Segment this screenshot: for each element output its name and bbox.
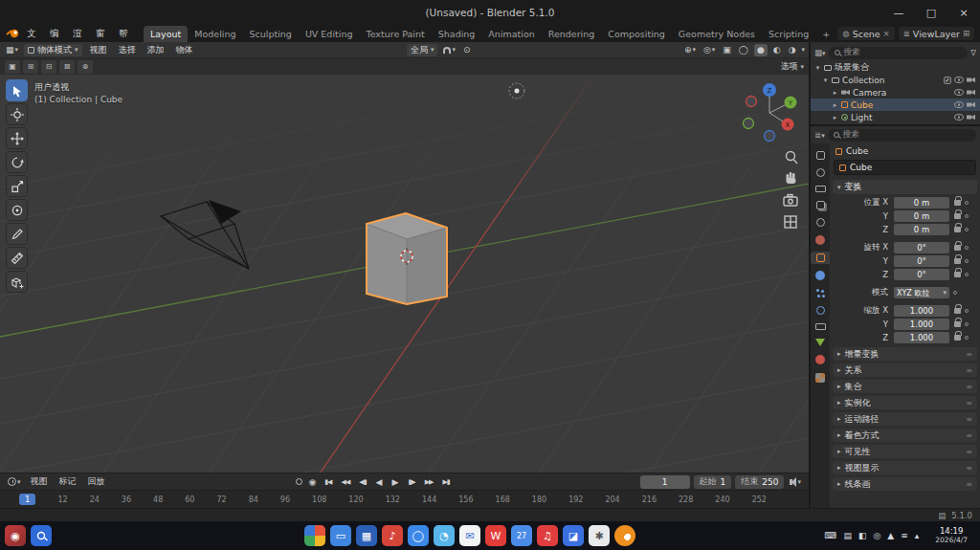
select-box-tool[interactable] — [6, 79, 28, 101]
next-keyframe-button[interactable]: ▶▶ — [422, 478, 436, 486]
tab-object-data[interactable] — [811, 337, 830, 348]
viewlayer-selector[interactable]: ≣ ViewLayer ⊞ — [899, 27, 974, 40]
workspace-tab-sculpting[interactable]: Sculpting — [243, 26, 299, 42]
panel-shading[interactable]: ▸着色方式≡ — [833, 429, 977, 442]
mode-dropdown[interactable]: 物体模式▾ — [24, 44, 82, 56]
tab-constraints[interactable] — [811, 321, 830, 332]
panel-visibility[interactable]: ▸可见性≡ — [833, 445, 977, 458]
taskbar-app-wps[interactable]: W — [485, 525, 506, 546]
render-visibility-icon[interactable] — [967, 90, 975, 96]
animate-dot[interactable] — [965, 309, 969, 313]
lock-icon[interactable] — [954, 200, 961, 206]
tab-render[interactable] — [811, 166, 830, 179]
timeline-editor-type-button[interactable]: ▾ — [6, 475, 23, 488]
lock-icon[interactable] — [954, 335, 961, 341]
rotation-x-field[interactable]: 0° — [894, 242, 949, 253]
new-viewlayer-icon[interactable]: ⊞ — [963, 29, 969, 38]
workspace-tab-animation[interactable]: Animation — [481, 26, 541, 42]
shading-rendered-button[interactable]: ◑ — [787, 44, 798, 56]
frame-start-field[interactable]: 起始1 — [694, 475, 732, 489]
proportional-edit-button[interactable]: ⊙ — [461, 44, 473, 56]
animate-dot[interactable] — [965, 228, 969, 231]
lock-icon[interactable] — [954, 321, 961, 327]
hide-eye-icon[interactable] — [954, 101, 964, 108]
select-mode-invert-button[interactable]: ⊠ — [59, 60, 75, 74]
taskbar-app-blender[interactable] — [614, 525, 635, 546]
taskbar-app-browser[interactable]: ◯ — [408, 525, 429, 546]
tab-physics[interactable] — [811, 304, 830, 317]
cursor-tool[interactable] — [6, 103, 28, 125]
keyboard-icon[interactable]: ⌨ — [824, 531, 836, 540]
vp-menu-add[interactable]: 添加 — [144, 44, 168, 56]
tab-scene[interactable] — [811, 216, 830, 229]
shading-wireframe-button[interactable]: ◯ — [737, 44, 750, 56]
gizmo-neg-z[interactable] — [765, 131, 775, 142]
panel-line-art[interactable]: ▸线条画≡ — [833, 477, 977, 491]
add-workspace-button[interactable]: + — [815, 26, 836, 42]
properties-search-input[interactable]: 搜索 — [828, 129, 976, 142]
tab-material[interactable] — [811, 353, 830, 366]
vp-menu-select[interactable]: 选择 — [115, 44, 140, 56]
shading-dropdown[interactable]: ▾ — [801, 46, 805, 54]
shading-material-button[interactable]: ◐ — [771, 44, 783, 56]
taskbar-app-app-store[interactable] — [304, 525, 325, 546]
timeline-menu-playback[interactable]: 回放 — [84, 475, 109, 488]
tab-particles[interactable] — [811, 287, 830, 299]
network-icon[interactable]: ◎ — [873, 531, 880, 540]
editor-type-button[interactable]: ▦▾ — [4, 44, 20, 56]
taskbar-app-music-163[interactable]: ♪ — [382, 525, 403, 546]
outliner-search-input[interactable]: 搜索 — [829, 47, 969, 59]
tab-object[interactable] — [811, 252, 830, 264]
animate-dot[interactable] — [953, 291, 957, 295]
animate-dot[interactable] — [965, 273, 969, 276]
animate-dot[interactable] — [965, 214, 969, 218]
panel-instancing[interactable]: ▸实例化≡ — [833, 396, 977, 409]
tab-world[interactable] — [811, 233, 830, 247]
select-mode-extend-button[interactable]: ⊞ — [23, 60, 38, 74]
scale-x-field[interactable]: 1.000 — [894, 305, 949, 317]
close-button[interactable]: × — [947, 0, 980, 25]
rotation-mode-dropdown[interactable]: XYZ 欧拉▾ — [894, 287, 949, 298]
lock-icon[interactable] — [954, 213, 961, 219]
menu-file[interactable]: 文件 — [21, 26, 43, 41]
animate-dot[interactable] — [965, 259, 969, 263]
render-visibility-icon[interactable] — [967, 77, 975, 83]
transform-tool[interactable] — [6, 199, 28, 221]
scene-selector[interactable]: ◍ Scene × — [837, 27, 895, 40]
outliner-row-scene-collection[interactable]: ▾ 场景集合 — [811, 61, 980, 74]
lock-icon[interactable] — [954, 227, 961, 232]
taskbar-app-mail[interactable]: ✉ — [459, 525, 480, 546]
timeline-playhead[interactable]: 1 — [19, 494, 35, 505]
panel-collections[interactable]: ▸集合≡ — [833, 380, 977, 393]
timeline-menu-view[interactable]: 视图 — [27, 475, 52, 488]
shading-solid-button[interactable]: ● — [754, 44, 768, 56]
tab-modifiers[interactable] — [811, 269, 830, 282]
taskbar-app-app-center[interactable]: ▦ — [356, 525, 377, 546]
auto-keying-button[interactable] — [296, 478, 302, 485]
taskbar-app-calendar[interactable]: 27 — [511, 525, 532, 546]
location-z-field[interactable]: 0 m — [894, 224, 949, 235]
prev-frame-button[interactable]: ◀▮ — [356, 478, 368, 486]
tool-options-dropdown[interactable]: 选项▾ — [780, 60, 804, 73]
play-reverse-button[interactable]: ◀ — [373, 477, 386, 487]
select-mode-new-button[interactable]: ▣ — [5, 60, 20, 74]
animate-dot[interactable] — [965, 201, 969, 205]
jump-end-button[interactable]: ▶▮ — [439, 478, 452, 486]
workspace-tab-compositing[interactable]: Compositing — [601, 26, 672, 42]
object-name-field[interactable]: Cube — [834, 160, 976, 175]
blender-logo-icon[interactable] — [6, 28, 20, 40]
prev-keyframe-button[interactable]: ◀◀ — [339, 478, 353, 486]
move-tool[interactable] — [6, 127, 28, 149]
vp-menu-object[interactable]: 物体 — [172, 44, 197, 56]
current-frame-field[interactable]: 1 — [640, 475, 690, 489]
hide-eye-icon[interactable] — [954, 77, 964, 83]
outliner-filter-button[interactable]: ∇ — [970, 48, 976, 57]
panel-motion-paths[interactable]: ▸运动路径≡ — [833, 412, 977, 426]
outliner-row-collection[interactable]: ▾ Collection ✓ — [811, 74, 980, 86]
next-frame-button[interactable]: ▮▶ — [405, 478, 417, 486]
maximize-button[interactable]: □ — [915, 0, 947, 25]
panel-relations[interactable]: ▸关系≡ — [833, 363, 977, 377]
render-visibility-icon[interactable] — [967, 102, 975, 108]
taskbar-clock[interactable]: 14:19 2026/4/7 — [935, 527, 968, 544]
show-overlays-button[interactable]: ◎▾ — [702, 44, 717, 56]
